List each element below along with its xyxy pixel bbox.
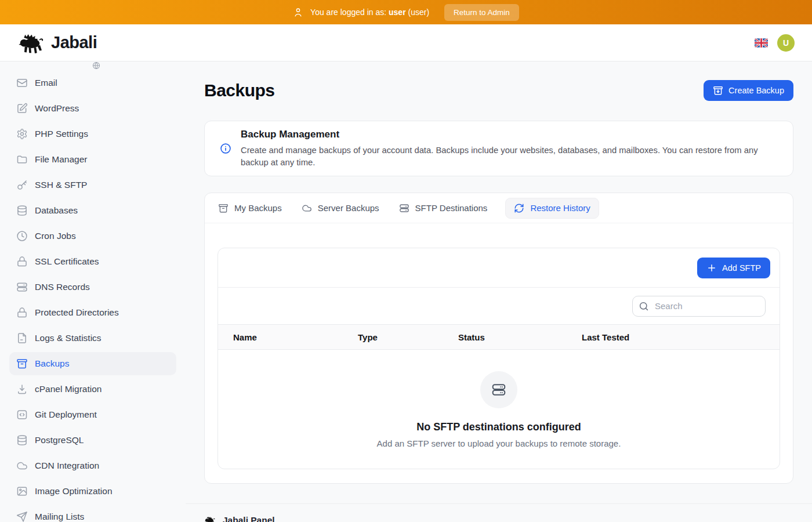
folder-icon <box>16 154 28 165</box>
sidebar-item-image-optimization[interactable]: Image Optimization <box>9 480 176 503</box>
key-icon <box>16 179 28 191</box>
sidebar-item-label: cPanel Migration <box>35 384 102 394</box>
archive-icon <box>16 358 28 369</box>
gear-icon <box>16 128 28 140</box>
sidebar-item-postgresql[interactable]: PostgreSQL <box>9 429 176 452</box>
sidebar-item-label: Email <box>35 78 57 88</box>
sidebar-item-label: Databases <box>35 205 78 216</box>
sidebar-item-partial[interactable] <box>9 61 176 70</box>
sidebar-item-cron-jobs[interactable]: Cron Jobs <box>9 224 176 248</box>
footer-brand: Jabali Panel <box>223 515 275 522</box>
backup-management-info-card: Backup Management Create and manage back… <box>204 121 793 176</box>
refresh-icon <box>514 203 524 213</box>
column-header-status: Status <box>458 332 582 342</box>
language-flag-icon[interactable] <box>755 38 768 48</box>
server-icon <box>491 382 506 397</box>
page-title: Backups <box>204 81 275 100</box>
archive-down-icon <box>713 85 723 96</box>
sidebar-item-email[interactable]: Email <box>9 71 176 95</box>
brand-home-link[interactable]: Jabali <box>17 32 97 54</box>
search-input[interactable] <box>632 296 766 317</box>
empty-state-title: No SFTP destinations configured <box>416 421 581 433</box>
person-icon <box>293 7 303 17</box>
sidebar-item-file-manager[interactable]: File Manager <box>9 148 176 171</box>
image-icon <box>16 485 28 497</box>
info-card-body: Create and manage backups of your accoun… <box>241 144 777 168</box>
code-icon <box>16 409 28 420</box>
tab-my-backups[interactable]: My Backups <box>216 198 284 219</box>
sidebar-item-ssh-sftp[interactable]: SSH & SFTP <box>9 173 176 197</box>
lock-icon <box>16 307 28 318</box>
file-text-icon <box>16 332 28 344</box>
sidebar-item-label: Git Deployment <box>35 409 97 420</box>
column-header-name: Name <box>233 332 358 342</box>
clock-icon <box>16 230 28 242</box>
tab-sftp-destinations[interactable]: SFTP Destinations <box>397 198 490 219</box>
download-icon <box>16 383 28 395</box>
column-header-last-tested: Last Tested <box>582 332 780 342</box>
return-to-admin-button[interactable]: Return to Admin <box>444 4 519 21</box>
sidebar-item-dns-records[interactable]: DNS Records <box>9 276 176 299</box>
sidebar-item-label: Image Optimization <box>35 486 113 496</box>
sidebar-item-label: Cron Jobs <box>35 231 76 241</box>
sidebar-item-label: SSL Certificates <box>35 256 99 267</box>
create-backup-button[interactable]: Create Backup <box>704 80 793 101</box>
sidebar-item-label: PostgreSQL <box>35 435 84 445</box>
cloud-icon <box>302 203 312 213</box>
search-icon <box>639 301 649 311</box>
sidebar-item-php-settings[interactable]: PHP Settings <box>9 122 176 146</box>
boar-logo-icon <box>204 516 216 522</box>
server-icon <box>16 281 28 293</box>
database-icon <box>16 434 28 446</box>
empty-state-badge <box>480 371 517 408</box>
lock-icon <box>16 256 28 267</box>
sidebar-item-label: File Manager <box>35 154 87 165</box>
brand-name: Jabali <box>51 33 97 52</box>
tab-label: Restore History <box>530 203 590 213</box>
impersonation-message: You are logged in as: user (user) <box>310 8 429 17</box>
server-icon <box>399 203 409 213</box>
backups-panel: My BackupsServer BackupsSFTP Destination… <box>204 193 793 484</box>
sidebar-item-protected-directories[interactable]: Protected Directories <box>9 301 176 324</box>
user-avatar[interactable]: U <box>777 34 795 52</box>
page-footer: Jabali Panel <box>204 504 793 522</box>
sftp-destinations-card: Add SFTP NameTypeStatusLast Tested No SF… <box>217 248 780 469</box>
sidebar-item-backups[interactable]: Backups <box>9 352 176 375</box>
sidebar-item-label: CDN Integration <box>35 461 99 471</box>
sidebar-item-label: SSH & SFTP <box>35 180 87 190</box>
sidebar-item-label: WordPress <box>35 103 79 114</box>
add-sftp-button[interactable]: Add SFTP <box>697 258 770 278</box>
database-icon <box>16 205 28 216</box>
column-header-type: Type <box>358 332 458 342</box>
tab-restore-history[interactable]: Restore History <box>505 198 599 219</box>
edit-icon <box>16 103 28 114</box>
sidebar-item-label: Protected Directories <box>35 307 119 318</box>
empty-state-subtitle: Add an SFTP server to upload your backup… <box>377 438 621 448</box>
sidebar-item-wordpress[interactable]: WordPress <box>9 97 176 120</box>
tab-label: SFTP Destinations <box>415 203 488 213</box>
sidebar-item-label: PHP Settings <box>35 129 88 139</box>
sidebar-item-ssl-certificates[interactable]: SSL Certificates <box>9 250 176 273</box>
sidebar-item-databases[interactable]: Databases <box>9 199 176 222</box>
sftp-empty-state: No SFTP destinations configured Add an S… <box>218 350 780 469</box>
app-header: Jabali U <box>0 24 812 61</box>
sidebar-item-label: DNS Records <box>35 282 90 292</box>
tab-label: Server Backups <box>318 203 379 213</box>
impersonated-role: (user) <box>408 8 430 17</box>
info-card-title: Backup Management <box>241 129 777 140</box>
sidebar-item-mailing-lists[interactable]: Mailing Lists <box>9 505 176 522</box>
sidebar-item-logs-statistics[interactable]: Logs & Statistics <box>9 327 176 350</box>
sidebar-item-cpanel-migration[interactable]: cPanel Migration <box>9 378 176 401</box>
archive-icon <box>218 203 229 213</box>
tab-server-backups[interactable]: Server Backups <box>300 198 381 219</box>
impersonated-username: user <box>389 8 406 17</box>
cloud-icon <box>16 460 28 472</box>
sidebar-item-cdn-integration[interactable]: CDN Integration <box>9 454 176 477</box>
mail-icon <box>16 77 28 89</box>
info-icon <box>220 143 231 154</box>
backup-tabs: My BackupsServer BackupsSFTP Destination… <box>205 193 793 223</box>
admin-impersonation-bar: You are logged in as: user (user) Return… <box>0 0 812 24</box>
send-icon <box>16 511 28 522</box>
sftp-table-header: NameTypeStatusLast Tested <box>218 324 780 350</box>
sidebar-item-git-deployment[interactable]: Git Deployment <box>9 403 176 426</box>
